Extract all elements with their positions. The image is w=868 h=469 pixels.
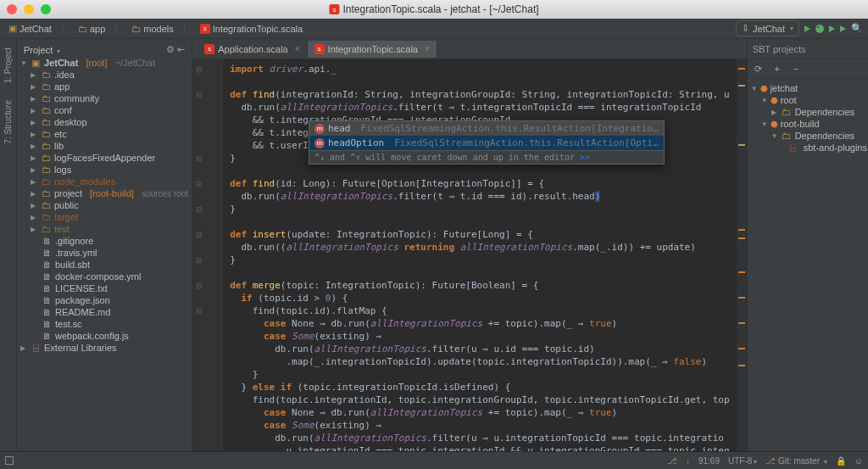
- remove-icon[interactable]: −: [790, 63, 802, 75]
- search-icon[interactable]: 🔍: [851, 23, 863, 34]
- tree-file[interactable]: 🗎LICENSE.txt: [20, 282, 188, 294]
- tree-folder-project[interactable]: ▶🗀project [root-build] sources root: [20, 187, 188, 199]
- folder-icon: 🗀: [78, 24, 87, 34]
- folder-icon: ▣: [8, 23, 17, 34]
- editor-gutter[interactable]: ⊟ ⊟⊟ ⊟⊟ ⊟⊟ ⊟⊟: [192, 59, 223, 451]
- maximize-window-button[interactable]: [41, 4, 51, 14]
- git-status-icon[interactable]: ⎇: [667, 456, 677, 466]
- scala-file-icon: s: [204, 44, 214, 54]
- project-panel-title: Project: [24, 45, 60, 55]
- sbt-project-build[interactable]: ▼⬣root-build: [751, 118, 868, 130]
- breadcrumb-item-project[interactable]: ▣JetChat: [5, 21, 55, 36]
- editor-tab-integrationtopic[interactable]: sIntegrationTopic.scala×: [308, 41, 437, 58]
- structure-tool-tab[interactable]: 7: Structure: [2, 95, 14, 149]
- close-window-button[interactable]: [7, 4, 17, 14]
- autocomplete-hint: ^↓ and ^↑ will move caret down and up in…: [309, 150, 664, 164]
- cursor-position[interactable]: 91:69: [698, 456, 720, 466]
- breadcrumb-item-models[interactable]: 🗀models: [128, 22, 176, 36]
- tree-file[interactable]: 🗎webpack.config.js: [20, 330, 188, 342]
- tree-file[interactable]: 🗎.gitignore: [20, 235, 188, 247]
- tree-file[interactable]: 🗎README.md: [20, 306, 188, 318]
- method-icon: m: [314, 138, 325, 148]
- scala-file-icon: s: [329, 4, 339, 14]
- git-branch-selector[interactable]: ⎇ Git: master: [765, 456, 826, 466]
- tree-file[interactable]: 🗎package.json: [20, 294, 188, 306]
- error-stripe[interactable]: [737, 59, 747, 451]
- debug-button[interactable]: [815, 25, 824, 33]
- autocomplete-popup: m head FixedSqlStreamingAction.this.Resu…: [309, 120, 665, 165]
- breadcrumb-item-app[interactable]: 🗀app: [75, 22, 108, 36]
- run-button[interactable]: [804, 25, 810, 32]
- sbt-icon: ⬣: [771, 96, 778, 105]
- hector-icon[interactable]: ☺: [854, 456, 863, 466]
- status-bar: ⎇ ↓ 91:69 UTF-8 ⎇ Git: master 🔒 ☺: [0, 451, 868, 469]
- hint-link[interactable]: >>: [580, 153, 590, 162]
- sbt-deps[interactable]: ▶🗀Dependencies: [751, 106, 868, 118]
- tree-folder-test[interactable]: ▶🗀test: [20, 223, 188, 235]
- tree-folder-excluded[interactable]: ▶🗀node_modules: [20, 176, 188, 187]
- tree-folder[interactable]: ▶🗀desktop: [20, 116, 188, 128]
- editor-tab-application[interactable]: sApplication.scala×: [198, 41, 307, 58]
- chevron-right-icon: 〉: [60, 22, 70, 35]
- sbt-dependency-item[interactable]: ⌸ sbt-and-plugins (Compile): [751, 142, 868, 154]
- project-tree: Project ⇤ ▼ ▣ JetChat [root] ~/JetChat ▶…: [17, 39, 192, 451]
- collapse-icon[interactable]: ⇤: [177, 44, 185, 54]
- autocomplete-item-selected[interactable]: m headOption FixedSqlStreamingAction.thi…: [309, 136, 664, 150]
- tree-file[interactable]: 🗎build.sbt: [20, 259, 188, 271]
- folder-icon: 🗀: [781, 131, 793, 141]
- add-icon[interactable]: +: [771, 63, 783, 75]
- close-tab-icon[interactable]: ×: [421, 44, 430, 53]
- library-icon: ⌸: [790, 142, 796, 153]
- scala-file-icon: s: [314, 44, 325, 54]
- sbt-icon: ⬣: [771, 120, 778, 129]
- tree-folder[interactable]: ▶🗀lib: [20, 140, 188, 152]
- tree-folder[interactable]: ▶🗀.idea: [20, 69, 188, 81]
- tree-folder[interactable]: ▶🗀logs: [20, 164, 188, 176]
- tree-folder[interactable]: ▶🗀community: [20, 92, 188, 104]
- run-configuration-selector[interactable]: ⇩ JetChat: [736, 20, 799, 36]
- sbt-panel-title: SBT projects: [753, 44, 806, 54]
- tool-windows-icon[interactable]: [5, 456, 14, 465]
- refresh-icon[interactable]: ⟳: [753, 63, 765, 75]
- scala-file-icon: s: [200, 24, 210, 34]
- run-2-button[interactable]: [840, 25, 846, 32]
- tree-root[interactable]: ▼ ▣ JetChat [root] ~/JetChat: [20, 57, 188, 69]
- macos-titlebar: s IntegrationTopic.scala - jetchat - [~/…: [0, 0, 868, 19]
- tree-folder-excluded[interactable]: ▶🗀target: [20, 211, 188, 223]
- tree-file[interactable]: 🗎.travis.yml: [20, 247, 188, 259]
- encoding-selector[interactable]: UTF-8: [728, 456, 757, 466]
- tree-folder[interactable]: ▶🗀etc: [20, 128, 188, 140]
- lock-icon[interactable]: 🔒: [836, 456, 846, 466]
- tree-folder[interactable]: ▶🗀conf: [20, 104, 188, 116]
- sbt-icon: ⬣: [760, 84, 768, 93]
- chevron-right-icon: 〉: [114, 22, 123, 35]
- autocomplete-item[interactable]: m head FixedSqlStreamingAction.this.Resu…: [309, 121, 664, 136]
- breadcrumb: ▣JetChat 〉 🗀app 〉 🗀models 〉 sIntegration…: [5, 21, 306, 36]
- folder-icon: 🗀: [131, 24, 141, 34]
- sbt-deps[interactable]: ▼🗀Dependencies: [751, 130, 868, 142]
- chevron-right-icon: 〉: [182, 22, 192, 35]
- project-tool-tab[interactable]: 1: Project: [2, 42, 14, 88]
- expand-arrow-icon[interactable]: ▼: [20, 59, 27, 67]
- code-editor[interactable]: import driver.api._ def find(integration…: [223, 59, 737, 451]
- tree-folder[interactable]: ▶🗀public: [20, 199, 188, 211]
- folder-icon: 🗀: [781, 107, 793, 117]
- breadcrumb-item-file[interactable]: sIntegrationTopic.scala: [197, 22, 306, 36]
- gear-icon[interactable]: [166, 44, 175, 54]
- sbt-root[interactable]: ▼⬣jetchat: [751, 82, 868, 94]
- vcs-incoming-icon[interactable]: ↓: [686, 456, 690, 466]
- navigation-bar: ▣JetChat 〉 🗀app 〉 🗀models 〉 sIntegration…: [0, 19, 868, 39]
- tree-external-libraries[interactable]: ▶⌸External Libraries: [20, 342, 188, 354]
- tree-folder[interactable]: ▶🗀logFacesFixedAppender: [20, 152, 188, 164]
- tree-file[interactable]: 🗎test.sc: [20, 318, 188, 330]
- minimize-window-button[interactable]: [24, 4, 34, 14]
- sbt-project-tree: ▼⬣jetchat ▼⬣root ▶🗀Dependencies ▼⬣root-b…: [748, 79, 868, 157]
- tree-folder[interactable]: ▶🗀app: [20, 81, 188, 92]
- close-tab-icon[interactable]: ×: [292, 44, 300, 53]
- module-icon: ▣: [30, 58, 42, 68]
- tree-file[interactable]: 🗎docker-compose.yml: [20, 271, 188, 282]
- run-with-coverage-button[interactable]: [829, 25, 835, 32]
- library-icon: ⌸: [30, 343, 42, 353]
- window-title: s IntegrationTopic.scala - jetchat - [~/…: [329, 3, 538, 15]
- sbt-project[interactable]: ▼⬣root: [751, 94, 868, 106]
